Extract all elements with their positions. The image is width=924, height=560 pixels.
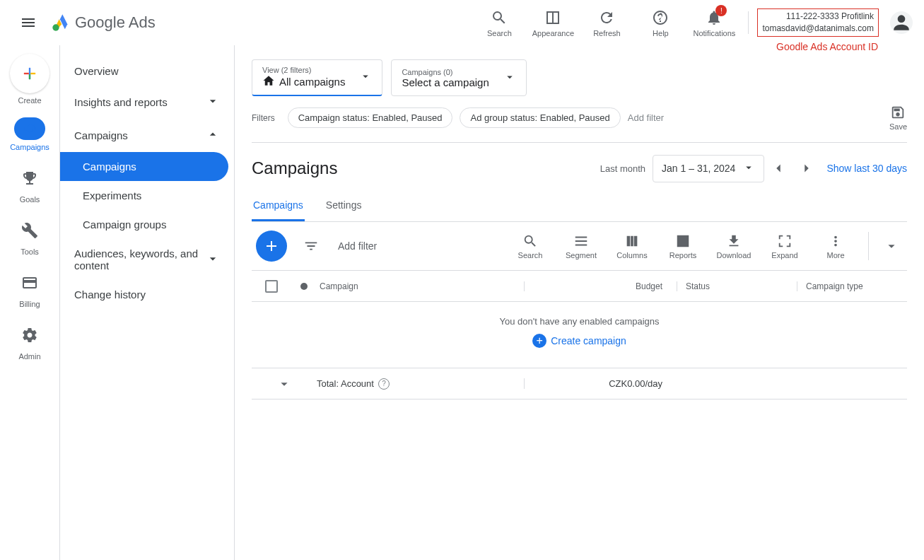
download-icon — [726, 233, 742, 250]
account-annotation: Goodle Ads Account ID — [776, 40, 878, 54]
page-title: Campaigns — [252, 158, 337, 178]
date-prefix: Last month — [600, 163, 645, 174]
rail-create[interactable]: Create — [0, 54, 59, 105]
filter-chip-campaign-status[interactable]: Campaign status: Enabled, Paused — [288, 107, 453, 128]
megaphone-icon — [14, 117, 45, 140]
sidebar-audiences[interactable]: Audiences, keywords, and content — [60, 239, 234, 280]
home-icon — [262, 74, 275, 89]
empty-state-text: You don't have any enabled campaigns — [252, 316, 907, 327]
tab-campaigns[interactable]: Campaigns — [252, 191, 305, 221]
show-last-30-days-link[interactable]: Show last 30 days — [826, 163, 907, 174]
appearance-button[interactable]: Appearance — [527, 8, 578, 37]
filter-icon-button[interactable] — [296, 231, 327, 262]
rail-tools[interactable]: Tools — [0, 216, 59, 256]
help-button[interactable]: Help — [635, 8, 686, 37]
total-label: Total: Account — [317, 378, 374, 389]
total-budget-value: CZK0.00/day — [524, 378, 677, 389]
create-campaign-link[interactable]: + Create campaign — [532, 334, 626, 348]
rail-campaigns[interactable]: Campaigns — [0, 117, 59, 151]
expand-icon — [777, 233, 793, 250]
tool-columns[interactable]: Columns — [607, 233, 657, 259]
filter-chip-adgroup-status[interactable]: Ad group status: Enabled, Paused — [460, 107, 620, 128]
dropdown-arrow-icon — [503, 71, 516, 86]
reports-icon — [675, 233, 691, 250]
more-icon — [828, 233, 843, 250]
product-name: Google Ads — [75, 13, 156, 32]
col-header-campaign[interactable]: Campaign — [317, 281, 524, 291]
appearance-icon — [544, 8, 561, 28]
total-row: Total: Account ? CZK0.00/day — [252, 368, 907, 399]
google-ads-logo[interactable]: Google Ads — [51, 13, 156, 33]
sidebar-insights[interactable]: Insights and reports — [60, 86, 234, 119]
sidebar-sub-campaigns[interactable]: Campaigns — [60, 152, 228, 181]
sidebar-history[interactable]: Change history — [60, 280, 234, 309]
rail-billing[interactable]: Billing — [0, 269, 59, 308]
tool-download[interactable]: Download — [708, 233, 759, 259]
card-icon — [16, 269, 44, 297]
campaign-dropdown[interactable]: Campaigns (0) Select a campaign — [391, 59, 526, 96]
total-expand-toggle[interactable] — [252, 376, 317, 392]
tools-icon — [16, 216, 44, 245]
dropdown-arrow-icon — [742, 161, 755, 176]
sidebar-sub-experiments[interactable]: Experiments — [60, 181, 234, 210]
tool-expand[interactable]: Expand — [759, 233, 810, 259]
svg-point-0 — [52, 24, 59, 30]
rail-goals[interactable]: Goals — [0, 164, 59, 204]
notification-badge: ! — [715, 5, 727, 16]
gear-icon — [16, 321, 44, 349]
trophy-icon — [16, 164, 44, 192]
search-icon — [522, 233, 538, 250]
tool-reports[interactable]: Reports — [657, 233, 708, 259]
user-avatar[interactable] — [890, 11, 913, 34]
plus-icon — [10, 54, 49, 93]
help-icon — [652, 8, 669, 28]
columns-icon — [624, 233, 640, 250]
col-header-status[interactable]: Status — [677, 281, 797, 291]
col-header-type[interactable]: Campaign type — [797, 281, 907, 291]
account-id-line: 111-222-3333 Profitlink — [762, 11, 874, 23]
view-dropdown[interactable]: View (2 filters) All campaigns — [252, 59, 382, 96]
add-campaign-fab[interactable] — [256, 231, 287, 262]
plus-circle-icon: + — [532, 334, 546, 348]
select-all-checkbox[interactable] — [265, 280, 278, 293]
rail-admin[interactable]: Admin — [0, 321, 59, 361]
svg-point-1 — [898, 15, 906, 23]
chevron-down-icon — [206, 252, 220, 268]
search-button[interactable]: Search — [474, 8, 525, 37]
save-icon — [890, 105, 906, 122]
account-email-line: tomasdavid@datanimals.com — [762, 23, 874, 35]
collapse-panel-button[interactable] — [876, 231, 907, 262]
segment-icon — [573, 233, 589, 250]
chevron-down-icon — [206, 94, 220, 110]
status-dot-header — [300, 283, 308, 290]
filters-label: Filters — [252, 113, 275, 123]
help-tooltip-icon[interactable]: ? — [378, 378, 390, 390]
account-info[interactable]: 111-222-3333 Profitlink tomasdavid@datan… — [757, 8, 879, 37]
save-button[interactable]: Save — [889, 105, 907, 131]
tool-more[interactable]: More — [810, 233, 861, 259]
date-next-button[interactable] — [793, 154, 821, 182]
add-filter-link[interactable]: Add filter — [628, 112, 664, 123]
add-filter-input[interactable]: Add filter — [327, 240, 454, 252]
col-header-budget[interactable]: Budget — [524, 281, 677, 291]
search-icon — [491, 8, 508, 28]
sidebar-overview[interactable]: Overview — [60, 57, 234, 86]
dropdown-arrow-icon — [359, 70, 372, 85]
sidebar-campaigns[interactable]: Campaigns — [60, 119, 234, 152]
main-menu-button[interactable] — [11, 6, 45, 40]
sidebar-sub-groups[interactable]: Campaign groups — [60, 210, 234, 239]
chevron-up-icon — [206, 127, 220, 144]
tool-segment[interactable]: Segment — [556, 233, 607, 259]
tool-search[interactable]: Search — [505, 233, 556, 259]
refresh-icon — [598, 8, 615, 28]
refresh-button[interactable]: Refresh — [581, 8, 632, 37]
date-prev-button[interactable] — [764, 154, 793, 182]
table-header-row: Campaign Budget Status Campaign type — [252, 271, 907, 302]
tab-settings[interactable]: Settings — [324, 191, 363, 221]
notifications-button[interactable]: ! Notifications — [689, 8, 739, 37]
date-range-picker[interactable]: Jan 1 – 31, 2024 — [653, 155, 764, 182]
